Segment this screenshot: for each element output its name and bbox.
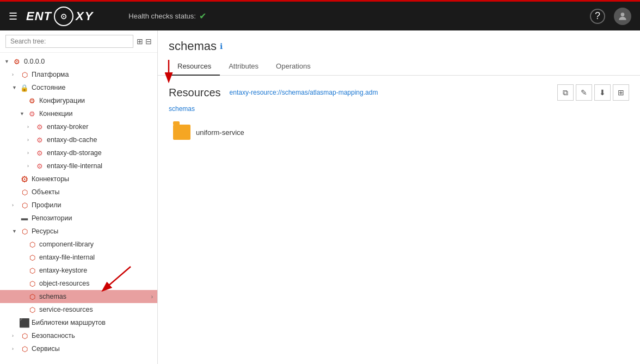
state-label: Состояние xyxy=(32,84,153,91)
arrow-fileint: › xyxy=(27,163,35,169)
connectors-icon: ⚙ xyxy=(20,174,29,184)
logo: ENT ⊙ XY xyxy=(26,7,94,26)
logo-text: ENT xyxy=(26,9,52,23)
health-check-icon: ✔ xyxy=(199,11,206,21)
state-icon: 🔒 xyxy=(20,83,29,92)
connections-label: Коннекции xyxy=(39,110,153,118)
tree-item-profiles[interactable]: › ⬡ Профили xyxy=(0,199,157,212)
services-icon: ⬡ xyxy=(20,344,29,354)
arrow-resources: ▼ xyxy=(12,229,20,234)
tree-item-complib[interactable]: ⬡ component-library xyxy=(0,238,157,251)
help-icon[interactable]: ? xyxy=(590,9,605,24)
resources-label: Ресурсы xyxy=(32,227,153,235)
grid-button[interactable]: ⊞ xyxy=(613,84,629,101)
user-avatar[interactable] xyxy=(614,8,631,25)
search-bar: ⊞ ⊟ xyxy=(0,30,157,53)
copy-button[interactable]: ⧉ xyxy=(557,84,574,101)
tabs-bar: Resources Attributes Operations xyxy=(158,58,640,76)
repos-icon: ▬ xyxy=(20,213,29,223)
tree-item-schemas[interactable]: ⬡ schemas › xyxy=(0,290,157,303)
svg-point-0 xyxy=(621,13,625,16)
routelibs-icon: ⬛ xyxy=(20,318,29,328)
fileinternalres-icon: ⬡ xyxy=(27,252,37,262)
search-input[interactable] xyxy=(5,35,133,48)
schemas-label: schemas xyxy=(39,293,151,300)
dbstorage-label: entaxy-db-storage xyxy=(47,149,153,157)
tree-item-platform[interactable]: › ⬡ Платформа xyxy=(0,68,157,81)
svcres-label: service-resources xyxy=(39,306,153,313)
profiles-icon: ⬡ xyxy=(20,200,29,210)
sidebar: ⊞ ⊟ ▼ ⚙ 0.0.0.0 › ⬡ Платформа xyxy=(0,30,158,364)
health-label: Health checks status: xyxy=(128,12,196,20)
logo-text2: XY xyxy=(76,9,94,23)
dbcache-icon: ⚙ xyxy=(35,135,45,145)
arrow-state: ▼ xyxy=(12,85,20,90)
tree-item-connections[interactable]: ▼ ⚙ Коннекции xyxy=(0,107,157,120)
fileinternalres-label: entaxy-file-internal xyxy=(39,254,153,261)
tree-item-fileint[interactable]: › ⚙ entaxy-file-internal xyxy=(0,159,157,172)
expand-collapse-icons[interactable]: ⊞ ⊟ xyxy=(137,37,152,46)
header-right: ? xyxy=(590,8,631,25)
connectors-label: Коннекторы xyxy=(32,175,153,183)
page-title-bar: schemas ℹ xyxy=(158,30,640,53)
broker-icon: ⚙ xyxy=(35,122,45,132)
list-item[interactable]: uniform-service xyxy=(169,121,629,143)
arrow-root: ▼ xyxy=(4,59,12,64)
tree-item-svcres[interactable]: ⬡ service-resources xyxy=(0,303,157,316)
schemas-chevron: › xyxy=(151,294,153,300)
root-icon: ⚙ xyxy=(12,57,22,66)
tree-item-repos[interactable]: ▬ Репозитории xyxy=(0,212,157,225)
resources-section-title: Resources xyxy=(169,87,221,99)
tree-item-broker[interactable]: › ⚙ entaxy-broker xyxy=(0,120,157,133)
info-icon[interactable]: ℹ xyxy=(220,42,223,51)
tree-container: ▼ ⚙ 0.0.0.0 › ⬡ Платформа ▼ 🔒 Состояние xyxy=(0,53,157,364)
tree-item-keystore[interactable]: ⬡ entaxy-keystore xyxy=(0,264,157,277)
tree-item-objres[interactable]: ⬡ object-resources xyxy=(0,277,157,290)
objres-icon: ⬡ xyxy=(27,279,37,288)
profiles-label: Профили xyxy=(32,201,153,209)
objects-label: Объекты xyxy=(32,188,153,196)
file-name: uniform-service xyxy=(196,128,244,137)
tab-operations[interactable]: Operations xyxy=(267,58,319,76)
content-area: schemas ℹ Resources Attributes Operation… xyxy=(158,30,640,364)
tree-item-connectors[interactable]: ⚙ Коннекторы xyxy=(0,172,157,186)
security-icon: ⬡ xyxy=(20,331,29,341)
tab-attributes[interactable]: Attributes xyxy=(220,58,267,76)
page-title: schemas xyxy=(169,39,217,53)
dbstorage-icon: ⚙ xyxy=(35,148,45,158)
tab-resources[interactable]: Resources xyxy=(169,58,220,76)
keystore-icon: ⬡ xyxy=(27,266,37,275)
objres-label: object-resources xyxy=(39,280,153,287)
tree-item-configs[interactable]: ⚙ Конфигурации xyxy=(0,94,157,107)
resources-section: Resources entaxy-resource://schemas/atla… xyxy=(158,76,640,364)
arrow-broker: › xyxy=(27,124,35,129)
tree-item-services[interactable]: › ⬡ Сервисы xyxy=(0,342,157,355)
dbcache-label: entaxy-db-cache xyxy=(47,136,153,144)
breadcrumb[interactable]: schemas xyxy=(169,105,629,113)
platform-label: Платформа xyxy=(32,71,153,78)
tree-item-routelibs[interactable]: ⬛ Библиотеки маршрутов xyxy=(0,316,157,329)
fileint-label: entaxy-file-internal xyxy=(47,162,153,170)
tree-item-dbstorage[interactable]: › ⚙ entaxy-db-storage xyxy=(0,146,157,159)
health-status-bar: Health checks status: ✔ xyxy=(120,11,206,21)
download-button[interactable]: ⬇ xyxy=(594,84,611,101)
objects-icon: ⬡ xyxy=(20,187,29,197)
tree-item-fileinternalres[interactable]: ⬡ entaxy-file-internal xyxy=(0,251,157,264)
menu-icon[interactable]: ☰ xyxy=(9,10,17,22)
connections-icon: ⚙ xyxy=(27,109,37,119)
collapse-icon[interactable]: ⊟ xyxy=(145,37,152,46)
tree-item-resources[interactable]: ▼ ⬡ Ресурсы xyxy=(0,225,157,238)
arrow-services: › xyxy=(12,346,20,351)
tree-item-dbcache[interactable]: › ⚙ entaxy-db-cache xyxy=(0,133,157,146)
edit-button[interactable]: ✎ xyxy=(576,84,592,101)
configs-icon: ⚙ xyxy=(27,96,37,106)
arrow-platform: › xyxy=(12,72,20,77)
services-label: Сервисы xyxy=(32,345,153,353)
tree-item-state[interactable]: ▼ 🔒 Состояние xyxy=(0,81,157,94)
tree-item-objects[interactable]: ⬡ Объекты xyxy=(0,186,157,199)
complib-icon: ⬡ xyxy=(27,239,37,249)
complib-label: component-library xyxy=(39,240,153,248)
tree-item-security[interactable]: › ⬡ Безопасность xyxy=(0,329,157,342)
tree-item-root[interactable]: ▼ ⚙ 0.0.0.0 xyxy=(0,55,157,68)
expand-icon[interactable]: ⊞ xyxy=(137,37,143,46)
